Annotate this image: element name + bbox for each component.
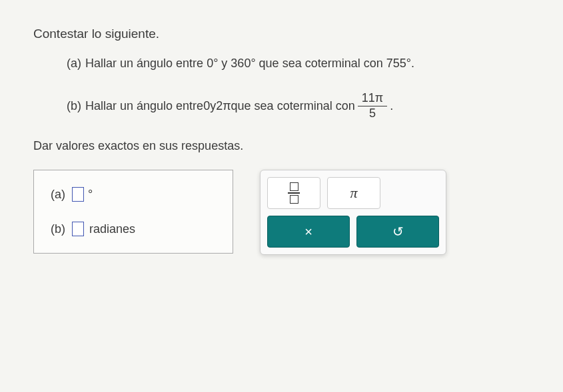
- question-list: (a) Hallar un ángulo entre 0° y 360° que…: [33, 55, 530, 120]
- answer-a-unit: °: [88, 188, 93, 202]
- qa-post: .: [411, 57, 414, 70]
- qb-mid1: y: [210, 97, 216, 115]
- qa-mid2: que sea coterminal con: [256, 57, 386, 70]
- answer-b-label: (b): [51, 222, 65, 236]
- keypad: π × ↺: [260, 170, 446, 255]
- answer-b-input[interactable]: [72, 222, 84, 236]
- keypad-row-2: × ↺: [267, 216, 439, 248]
- qb-angle1: 0: [203, 97, 210, 115]
- main-instruction: Contestar lo siguiente.: [33, 27, 530, 41]
- question-b: (b) Hallar un ángulo entre 0 y 2π que se…: [67, 91, 530, 120]
- qb-pre: Hallar un ángulo entre: [85, 97, 203, 115]
- question-b-label: (b): [67, 97, 81, 115]
- close-icon: ×: [304, 224, 312, 240]
- question-a-text: Hallar un ángulo entre 0° y 360° que sea…: [85, 55, 414, 73]
- reset-button[interactable]: ↺: [356, 216, 439, 248]
- fraction-icon: [288, 182, 300, 204]
- qa-angle2: 360°: [231, 57, 255, 70]
- fraction-button[interactable]: [267, 177, 320, 209]
- answer-b: (b) radianes: [51, 222, 216, 236]
- qb-angle2: 2π: [216, 97, 231, 115]
- qb-fraction: 11π 5: [358, 91, 387, 120]
- answer-a-input[interactable]: [72, 187, 84, 202]
- question-a: (a) Hallar un ángulo entre 0° y 360° que…: [67, 55, 530, 73]
- answer-a-label: (a): [51, 188, 65, 202]
- question-a-label: (a): [67, 55, 81, 73]
- reset-icon: ↺: [392, 224, 404, 240]
- pi-button[interactable]: π: [327, 177, 380, 209]
- clear-button[interactable]: ×: [267, 216, 350, 248]
- qa-angle3: 755°: [386, 57, 411, 70]
- bottom-row: (a) ° (b) radianes π ×: [33, 170, 530, 255]
- keypad-row-1: π: [267, 177, 439, 209]
- qb-post: .: [390, 97, 393, 115]
- answer-box: (a) ° (b) radianes: [33, 170, 233, 254]
- keypad-spacer: [387, 177, 439, 209]
- qb-mid2: que sea coterminal con: [231, 97, 355, 115]
- qa-mid1: y: [218, 57, 231, 70]
- qa-pre: Hallar un ángulo entre: [85, 57, 207, 70]
- qb-frac-num: 11π: [358, 91, 387, 106]
- pi-icon: π: [350, 184, 357, 202]
- qa-angle1: 0°: [207, 57, 218, 70]
- answer-a: (a) °: [51, 187, 216, 202]
- answer-b-unit: radianes: [89, 222, 135, 236]
- qb-frac-den: 5: [365, 106, 380, 121]
- sub-instruction: Dar valores exactos en sus respuestas.: [33, 139, 530, 153]
